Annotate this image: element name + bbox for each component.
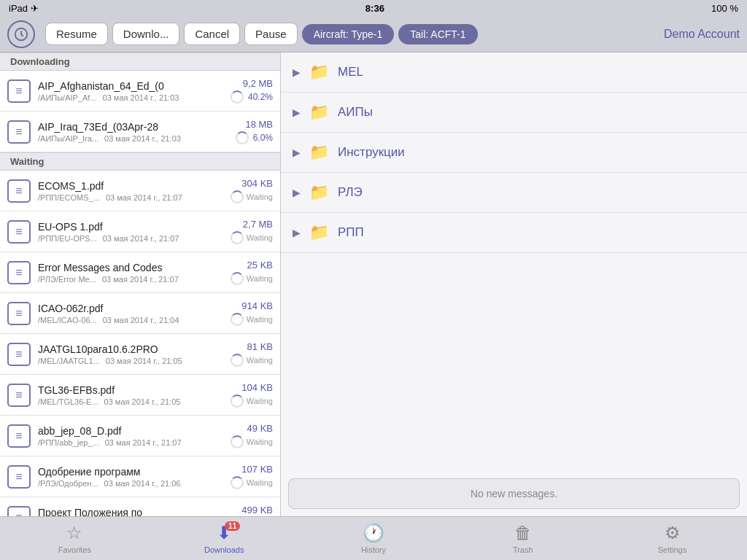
progress-pct: 40.2%: [248, 92, 273, 102]
file-path: /РЛЭ/Error Me...: [38, 275, 96, 284]
file-date: 03 мая 2014 г., 21:03: [104, 134, 181, 143]
file-path: /РПП/ECOMS_...: [38, 193, 100, 202]
file-size: 499 KB: [241, 505, 273, 516]
file-right: 81 KB Waiting: [231, 341, 273, 367]
tab-downloads[interactable]: 11 ⬇ Downloads: [150, 517, 299, 560]
file-path-time: /РЛЭ/Одобрен... 03 мая 2014 г., 21:06: [38, 479, 226, 488]
file-size: 104 KB: [241, 382, 273, 393]
file-path: /АИПы/AIP_Af...: [38, 93, 97, 102]
folder-item[interactable]: ▶ 📁 Инструкции: [281, 133, 747, 173]
file-info: AIP_Afghanistan_64_Ed_(0 /АИПы/AIP_Af...…: [38, 80, 226, 102]
file-path-time: /MEL/ICAO-06... 03 мая 2014 г., 21:04: [38, 316, 226, 324]
history-label: History: [361, 545, 386, 554]
file-name: ICAO-062r.pdf: [38, 303, 226, 314]
spinner-icon: [231, 435, 244, 448]
download-list[interactable]: ≡ AIP_Afghanistan_64_Ed_(0 /АИПы/AIP_Af.…: [0, 71, 280, 516]
folder-icon: 📁: [309, 183, 329, 202]
file-name: AIP_Afghanistan_64_Ed_(0: [38, 80, 226, 92]
file-name: ECOMS_1.pdf: [38, 180, 226, 192]
file-right: 9,2 MB 40.2%: [231, 78, 273, 104]
file-date: 03 мая 2014 г., 21:07: [102, 275, 179, 284]
file-status: Waiting: [247, 315, 273, 324]
file-path: /MEL/ICAO-06...: [38, 316, 97, 324]
download-item[interactable]: ≡ AIP_Afghanistan_64_Ed_(0 /АИПы/AIP_Af.…: [0, 71, 280, 112]
file-size: 107 KB: [241, 464, 273, 475]
download-item[interactable]: ≡ Error Messages and Codes /РЛЭ/Error Me…: [0, 252, 280, 293]
tab-settings[interactable]: ⚙ Settings: [597, 517, 747, 560]
download-item[interactable]: ≡ Одобрение программ /РЛЭ/Одобрен... 03 …: [0, 456, 280, 497]
spinner-icon: [231, 313, 244, 326]
download-item[interactable]: ≡ abb_jep_08_D.pdf /РПП/abb_jep_... 03 м…: [0, 416, 280, 456]
tab-history[interactable]: 🕐 History: [299, 517, 449, 560]
download-item[interactable]: ≡ ICAO-062r.pdf /MEL/ICAO-06... 03 мая 2…: [0, 293, 280, 334]
download-button[interactable]: Downlo...: [112, 23, 180, 45]
file-path-time: /РПП/abb_jep_... 03 мая 2014 г., 21:07: [38, 438, 226, 447]
file-date: 03 мая 2014 г., 21:03: [103, 93, 179, 102]
tail-pill[interactable]: Tail: ACFT-1: [398, 24, 477, 44]
status-left: iPad ✈: [9, 3, 39, 14]
file-icon: ≡: [7, 506, 31, 517]
file-icon: ≡: [7, 343, 31, 366]
file-size: 81 KB: [247, 341, 273, 352]
file-name: JAATGL10para10.6.2PRO: [38, 343, 226, 355]
waiting-header: Waiting: [0, 152, 280, 171]
file-info: EU-OPS 1.pdf /РПП/EU-OPS... 03 мая 2014 …: [38, 221, 226, 243]
file-info: TGL36-EFBs.pdf /MEL/TGL36-E... 03 мая 20…: [38, 384, 226, 406]
resume-button[interactable]: Resume: [45, 23, 108, 45]
file-status: Waiting: [247, 438, 273, 446]
file-status: Waiting: [247, 397, 273, 405]
folder-item[interactable]: ▶ 📁 РПП: [281, 213, 747, 253]
file-path: /РЛЭ/Одобрен...: [38, 479, 98, 488]
folder-item[interactable]: ▶ 📁 MEL: [281, 52, 747, 93]
file-right: 914 KB Waiting: [231, 300, 273, 326]
file-info: AIP_Iraq_73Ed_(03Apr-28 /АИПы/AIP_Ira...…: [38, 121, 231, 143]
sync-icon[interactable]: [7, 20, 35, 48]
spinner-icon: [231, 90, 244, 104]
tab-trash[interactable]: 🗑 Trash: [448, 517, 597, 560]
spinner-icon: [231, 476, 244, 489]
file-icon: ≡: [7, 179, 31, 203]
file-icon: ≡: [7, 79, 31, 103]
file-right: 499 KB Waiting: [231, 505, 273, 516]
file-status: Waiting: [247, 192, 273, 201]
download-item[interactable]: ≡ EU-OPS 1.pdf /РПП/EU-OPS... 03 мая 201…: [0, 211, 280, 252]
folder-item[interactable]: ▶ 📁 РЛЭ: [281, 173, 747, 213]
file-right: 304 KB Waiting: [231, 178, 273, 203]
download-item[interactable]: ≡ AIP_Iraq_73Ed_(03Apr-28 /АИПы/AIP_Ira.…: [0, 112, 280, 152]
file-right: 2,7 MB Waiting: [231, 219, 273, 244]
pause-button[interactable]: Pause: [244, 23, 298, 45]
status-bar: iPad ✈ 8:36 100 %: [0, 0, 747, 16]
status-time: 8:36: [365, 3, 384, 14]
file-path-time: /РПП/EU-OPS... 03 мая 2014 г., 21:07: [38, 234, 226, 243]
folder-arrow-icon: ▶: [293, 66, 301, 78]
file-icon: ≡: [7, 465, 31, 489]
spinner-icon: [231, 272, 244, 285]
folder-item[interactable]: ▶ 📁 АИПы: [281, 93, 747, 133]
file-icon: ≡: [7, 384, 31, 407]
progress-row: 6.0%: [236, 131, 273, 144]
main-content: Downloading ≡ AIP_Afghanistan_64_Ed_(0 /…: [0, 52, 747, 516]
file-date: 03 мая 2014 г., 21:07: [105, 438, 182, 447]
account-label[interactable]: Demo Account: [664, 28, 740, 41]
spinner-icon: [231, 231, 244, 244]
download-item[interactable]: ≡ Проект Положения по /РЛЭ/Проект... 03 …: [0, 497, 280, 516]
folder-arrow-icon: ▶: [293, 147, 301, 158]
file-name: Одобрение программ: [38, 466, 226, 478]
file-icon: ≡: [7, 120, 31, 144]
file-right: 18 MB 6.0%: [236, 119, 273, 144]
download-item[interactable]: ≡ TGL36-EFBs.pdf /MEL/TGL36-E... 03 мая …: [0, 375, 280, 416]
downloading-header: Downloading: [0, 52, 280, 71]
cancel-button[interactable]: Cancel: [184, 23, 240, 45]
file-date: 03 мая 2014 г., 21:06: [104, 479, 181, 488]
aircraft-pill[interactable]: Aircraft: Type-1: [302, 24, 395, 44]
download-item[interactable]: ≡ JAATGL10para10.6.2PRO /MEL/JAATGL1... …: [0, 334, 280, 375]
file-status: Waiting: [247, 356, 273, 365]
settings-label: Settings: [658, 545, 687, 554]
folder-arrow-icon: ▶: [293, 227, 301, 238]
file-name: EU-OPS 1.pdf: [38, 221, 226, 233]
tab-favorites[interactable]: ☆ Favorites: [0, 517, 150, 560]
spinner-icon: [236, 131, 249, 144]
history-icon: 🕐: [363, 523, 384, 543]
right-panel: ▶ 📁 MEL ▶ 📁 АИПы ▶ 📁 Инструкции ▶ 📁 РЛЭ …: [281, 52, 747, 516]
download-item[interactable]: ≡ ECOMS_1.pdf /РПП/ECOMS_... 03 мая 2014…: [0, 171, 280, 211]
